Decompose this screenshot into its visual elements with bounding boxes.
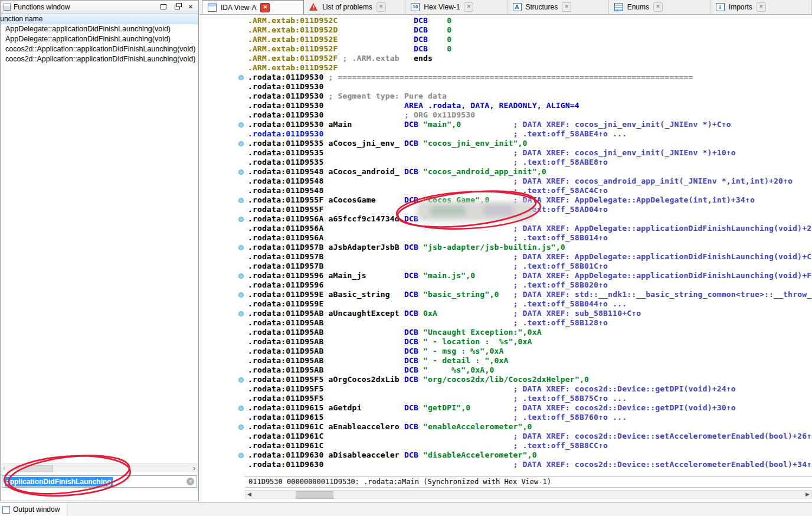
disassembly-line[interactable]: .rodata:011D95F5 ; .text:off_58B75C↑o ..… [248, 394, 812, 403]
tab-label: Enums [627, 3, 649, 11]
functions-window-titlebar[interactable]: Functions window ✕ [1, 1, 198, 14]
disassembly-line[interactable]: .rodata:011D95AB DCB " - location : %s",… [248, 337, 812, 347]
nav-marker-dot-icon [238, 292, 244, 298]
column-header-label: Function name [1, 15, 42, 23]
tab-close-icon[interactable]: ✕ [757, 2, 766, 12]
disassembly-line[interactable]: .rodata:011D9530 ; .text:off_58ABE4↑o ..… [248, 129, 812, 139]
nav-marker-dot-icon [238, 453, 244, 458]
function-list-item[interactable]: AppDelegate::applicationDidFinishLaunchi… [1, 34, 198, 44]
disassembly-line[interactable]: .rodata:011D959E ; .text:off_58B044↑o ..… [248, 299, 812, 309]
tab-close-icon[interactable]: ✕ [653, 2, 663, 12]
tab-imports[interactable]: Imports✕ [711, 0, 812, 14]
tab-bar: IDA View-A✕List of problems✕Hex View-1✕S… [199, 0, 812, 15]
disassembly-line[interactable]: .rodata:011D9548 aCocos_android_ DCB "co… [248, 167, 812, 177]
disassembly-line[interactable]: .rodata:011D95AB DCB " - msg : %s",0xA [248, 347, 812, 356]
disassembly-line[interactable]: .rodata:011D957B aJsbAdapterJsbB DCB "js… [248, 243, 812, 252]
tab-close-icon[interactable]: ✕ [464, 2, 473, 12]
disassembly-line[interactable]: .rodata:011D9548 ; .text:off_58AC4C↑o [248, 186, 812, 195]
disassembly-line[interactable]: .ARM.extab:011D952C DCB 0 [248, 16, 812, 25]
disassembly-line[interactable]: .rodata:011D956A ; .text:off_58B014↑o [248, 233, 812, 243]
disassembly-line[interactable]: .rodata:011D9535 ; .text:off_58ABE8↑o [248, 158, 812, 167]
disassembly-line[interactable]: .ARM.extab:011D952E DCB 0 [248, 35, 812, 44]
disassembly-line[interactable]: .rodata:011D9630 ; DATA XREF: cocos2d::D… [248, 460, 812, 469]
disassembly-line[interactable]: .rodata:011D961C ; DATA XREF: cocos2d::D… [248, 432, 812, 441]
tab-close-icon[interactable]: ✕ [376, 2, 386, 12]
scrollbar-thumb[interactable] [17, 465, 53, 472]
disassembly-line[interactable]: .rodata:011D957B ; DATA XREF: AppDelegat… [248, 252, 812, 262]
disassembly-line[interactable]: .rodata:011D9535 aCocos_jni_env_ DCB "co… [248, 139, 812, 148]
disassembly-line[interactable]: .ARM.extab:011D952F [248, 63, 812, 73]
nav-marker-dot-icon [238, 377, 244, 383]
tab-label: Structures [526, 3, 558, 11]
tab-label: Imports [729, 3, 752, 11]
float-button[interactable] [172, 2, 182, 11]
disassembly-line[interactable]: .rodata:011D9548 ; DATA XREF: cocos_andr… [248, 177, 812, 186]
scroll-left-arrow-icon[interactable]: ◀ [247, 491, 251, 498]
hex-view-icon [411, 3, 420, 11]
nav-marker-dot-icon [238, 75, 244, 80]
disassembly-view[interactable]: .ARM.extab:011D952C DCB 0.ARM.extab:011D… [199, 15, 812, 476]
imports-icon [716, 3, 725, 11]
scroll-left-arrow-icon[interactable]: ‹ [3, 464, 5, 472]
tab-hex-view-1[interactable]: Hex View-1✕ [405, 0, 507, 14]
close-button[interactable]: ✕ [185, 2, 196, 11]
nav-marker-dot-icon [238, 273, 244, 279]
disassembly-line[interactable]: .rodata:011D95AB aUncaughtExcept DCB 0xA… [248, 309, 812, 318]
tab-enums[interactable]: Enums✕ [609, 0, 711, 14]
disassembly-line[interactable]: .ARM.extab:011D952D DCB 0 [248, 25, 812, 35]
scroll-right-arrow-icon[interactable]: ▶ [806, 491, 810, 498]
disassembly-line[interactable]: .ARM.extab:011D952F DCB 0 [248, 44, 812, 54]
disassembly-line[interactable]: .rodata:011D9535 ; DATA XREF: cocos_jni_… [248, 148, 812, 158]
function-name-column-header[interactable]: Function name [1, 14, 198, 25]
function-list-item[interactable]: cocos2d::Application::applicationDidFini… [1, 54, 198, 64]
status-text: 011D9530 00000000011D9530: .rodata:aMain… [248, 478, 551, 486]
disassembly-line[interactable]: .rodata:011D959E aBasic_string DCB "basi… [248, 290, 812, 299]
disassembly-line[interactable]: .rodata:011D9596 ; .text:off_58B020↑o [248, 280, 812, 290]
disassembly-line[interactable]: .ARM.extab:011D952F ; .ARM.extab ends [248, 54, 812, 63]
disassembly-line[interactable]: .rodata:011D95AB DCB "Uncaught Exception… [248, 328, 812, 337]
disassembly-horizontal-scrollbar[interactable]: ◀ ▶ [245, 490, 812, 499]
disassembly-line[interactable]: .rodata:011D9596 aMain_js DCB "main.js",… [248, 271, 812, 280]
disassembly-line[interactable]: .rodata:011D9630 aDisableacceler DCB "di… [248, 450, 812, 460]
disassembly-line[interactable]: .rodata:011D9530 ; Segment type: Pure da… [248, 92, 812, 101]
functions-window: Functions window ✕ Function name AppDele… [0, 0, 199, 501]
nav-marker-dot-icon [238, 245, 244, 250]
disassembly-line[interactable]: .rodata:011D961C aEnableaccelero DCB "en… [248, 422, 812, 432]
clear-search-icon[interactable]: ✕ [186, 478, 194, 485]
scroll-right-arrow-icon[interactable]: › [193, 464, 195, 472]
disassembly-line[interactable]: .rodata:011D961C ; .text:off_58B8CC↑o [248, 441, 812, 450]
disassembly-line[interactable]: .rodata:011D9530 [248, 82, 812, 92]
warning-icon [309, 3, 318, 11]
disassembly-line[interactable]: .rodata:011D95F5 aOrgCocos2dxLib DCB "or… [248, 375, 812, 384]
scrollbar-thumb[interactable] [296, 491, 333, 499]
tab-close-icon[interactable]: ✕ [562, 2, 571, 12]
disassembly-line[interactable]: .rodata:011D95F5 ; DATA XREF: cocos2d::D… [248, 384, 812, 394]
tab-structures[interactable]: Structures✕ [508, 0, 609, 14]
disassembly-line[interactable]: .rodata:011D95AB DCB " - detail : ",0xA [248, 356, 812, 365]
disassembly-line[interactable]: .rodata:011D9615 aGetdpi DCB "getDPI",0 … [248, 403, 812, 413]
functions-horizontal-scrollbar[interactable]: ‹ › [1, 463, 198, 472]
tab-label: IDA View-A [221, 4, 256, 12]
disassembly-line[interactable]: .rodata:011D957B ; .text:off_58B01C↑o [248, 262, 812, 271]
output-window-tab[interactable]: Output window [0, 503, 67, 516]
disassembly-line[interactable]: .rodata:011D9615 ; .text:off_58B760↑o ..… [248, 413, 812, 422]
disassembly-line[interactable]: .rodata:011D95AB DCB " %s",0xA,0 [248, 365, 812, 375]
disassembly-line[interactable]: .rodata:011D9530 AREA .rodata, DATA, REA… [248, 101, 812, 110]
function-search-input[interactable]: applicationDidFinishLaunching ✕ [2, 475, 197, 488]
tab-close-icon[interactable]: ✕ [260, 3, 270, 12]
disassembly-line[interactable]: .rodata:011D9530 aMain DCB "main",0 ; DA… [248, 120, 812, 129]
disassembly-line[interactable]: .rodata:011D95AB ; .text:off_58B128↑o [248, 318, 812, 328]
output-window-bar: Output window [0, 502, 812, 516]
disassembly-line[interactable]: .rodata:011D956A ; DATA XREF: AppDelegat… [248, 224, 812, 233]
status-bar: 011D9530 00000000011D9530: .rodata:aMain… [245, 476, 812, 488]
tab-ida-view-a[interactable]: IDA View-A✕ [202, 0, 304, 14]
restore-button[interactable] [158, 2, 169, 11]
close-icon: ✕ [188, 4, 193, 10]
disassembly-line[interactable]: .rodata:011D9530 ; ORG 0x11D9530 [248, 110, 812, 120]
structures-icon [513, 3, 522, 11]
function-list-item[interactable]: AppDelegate::applicationDidFinishLaunchi… [1, 24, 198, 34]
disassembly-line[interactable]: .rodata:011D9530 ; =====================… [248, 73, 812, 82]
tab-list-of-problems[interactable]: List of problems✕ [304, 0, 405, 14]
function-list-item[interactable]: cocos2d::Application::applicationDidFini… [1, 44, 198, 54]
search-selected-text: applicationDidFinishLaunching [5, 477, 113, 486]
